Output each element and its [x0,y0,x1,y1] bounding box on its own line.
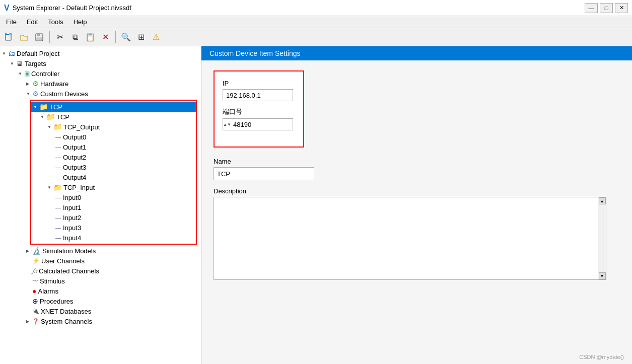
tree-item-input1[interactable]: — Input1 [31,202,196,212]
tree-label-user-channels: User Channels [41,257,85,265]
expand-hardware[interactable]: ▶ [26,82,32,86]
name-section: Name [214,158,620,180]
scrollbar-up[interactable]: ▲ [599,197,606,204]
tree-item-output3[interactable]: — Output3 [31,162,196,172]
spinner-arrows-icon[interactable]: ▲▼ [223,122,231,127]
title-bar-controls: — □ ✕ [585,3,628,13]
tree-item-default-project[interactable]: ▼ 🗂 Default Project [0,48,201,58]
menu-file[interactable]: File [2,17,21,27]
ip-input[interactable] [223,89,293,101]
svg-rect-2 [6,34,9,35]
tree-label-output3: Output3 [63,164,86,171]
find-button[interactable]: 🔍 [119,30,133,44]
tree-item-output1[interactable]: — Output1 [31,142,196,152]
save-button[interactable] [32,30,46,44]
expand-tcp-root[interactable]: ▼ [33,105,39,109]
tree-item-custom-devices[interactable]: ▼ ⚙ Custom Devices [0,89,201,99]
expand-targets[interactable]: ▼ [10,61,16,66]
right-panel: Custom Device Item Settings IP 端口号 ▲▼ 48… [201,46,632,364]
tree-label-input2: Input2 [63,214,81,222]
watermark: CSDN @mydate() [579,354,624,360]
description-section: Description ▲ ▼ [214,187,620,280]
scrollbar-down[interactable]: ▼ [599,272,606,279]
description-textarea[interactable] [214,197,606,279]
stimulus-icon: 〜 [32,277,38,285]
dash-icon-input1: — [55,204,61,210]
expand-tcp-sub[interactable]: ▼ [40,115,46,119]
warning-button[interactable]: ⚠ [149,30,163,44]
tree-item-input3[interactable]: — Input3 [31,223,196,233]
delete-button[interactable]: ✕ [98,30,112,44]
tree-item-output0[interactable]: — Output0 [31,132,196,142]
tree-item-output2[interactable]: — Output2 [31,152,196,162]
tree-label-targets: Targets [25,60,46,67]
port-field-group: 端口号 ▲▼ 48190 [223,107,293,130]
tree-item-input4[interactable]: — Input4 [31,233,196,243]
close-button[interactable]: ✕ [615,3,628,13]
expand-custom-devices[interactable]: ▼ [26,92,32,96]
expand-controller[interactable]: ▼ [18,71,24,76]
tree-item-input0[interactable]: — Input0 [31,192,196,202]
expand-sim-models[interactable]: ▶ [26,249,32,253]
tree-label-sim-models: Simulation Models [42,247,96,255]
tree-item-input2[interactable]: — Input2 [31,212,196,223]
menu-tools[interactable]: Tools [44,17,67,27]
svg-rect-4 [37,34,40,36]
dash-icon-input4: — [55,235,61,241]
procedures-icon: ⊕ [32,297,38,305]
tree-item-tcp-input[interactable]: ▼ 📁 TCP_Input [31,182,196,192]
tree-item-tcp-sub[interactable]: ▼ 📁 TCP [31,112,196,122]
grid-button[interactable]: ⊞ [134,30,148,44]
ip-label: IP [223,80,293,87]
xnet-icon: 🔌 [32,308,39,315]
paste-button[interactable]: 📋 [83,30,97,44]
description-label: Description [214,187,620,195]
tree-item-sys-channels[interactable]: ▶ ❓ System Channels [0,316,201,326]
cut-button[interactable]: ✂ [53,30,67,44]
tree-item-hardware[interactable]: ▶ ⚙ Hardware [0,79,201,89]
tree-item-sim-models[interactable]: ▶ 🔬 Simulation Models [0,246,201,256]
expand-sys-channels[interactable]: ▶ [26,319,32,324]
menu-help[interactable]: Help [69,17,91,27]
sim-models-icon: 🔬 [32,247,41,255]
port-spinner[interactable]: ▲▼ 48190 [223,118,293,130]
copy-button[interactable]: ⧉ [68,30,82,44]
tree-item-output4[interactable]: — Output4 [31,172,196,182]
tree-item-calc-channels[interactable]: ▶ 𝑓𝑥 Calculated Channels [0,266,201,276]
title-bar: V System Explorer - Default Project.nivs… [0,0,632,16]
alarms-icon: ● [32,287,36,295]
tree-item-stimulus[interactable]: ▶ 〜 Stimulus [0,276,201,286]
dash-icon-input2: — [55,214,61,221]
expand-default-project[interactable]: ▼ [2,51,8,56]
tree-label-controller: Controller [31,70,59,78]
targets-icon: 🖥 [16,59,23,67]
sys-channels-icon: ❓ [32,318,39,325]
dash-icon-output0: — [55,134,61,140]
toolbar-sep-2 [115,31,116,43]
controller-icon: ▣ [24,70,30,77]
maximize-button[interactable]: □ [600,3,613,13]
tree-item-user-channels[interactable]: ▶ ⚡ User Channels [0,256,201,266]
tree-label-input1: Input1 [63,204,81,211]
settings-box: IP 端口号 ▲▼ 48190 [214,70,304,148]
tree-item-alarms[interactable]: ▶ ● Alarms [0,286,201,296]
app-icon: V [4,4,10,13]
panel-content: IP 端口号 ▲▼ 48190 Name Description [201,60,632,364]
expand-tcp-input[interactable]: ▼ [47,185,53,190]
tree-item-controller[interactable]: ▼ ▣ Controller [0,68,201,79]
name-input[interactable] [214,167,314,180]
title-bar-left: V System Explorer - Default Project.nivs… [4,4,131,13]
tree-item-targets[interactable]: ▼ 🖥 Targets [0,58,201,68]
tree-item-tcp-output[interactable]: ▼ 📁 TCP_Output [31,122,196,132]
tree-label-hardware: Hardware [40,80,68,88]
minimize-button[interactable]: — [585,3,598,13]
open-button[interactable] [17,30,31,44]
new-button[interactable] [2,30,16,44]
tree-label-tcp-root: TCP [49,103,62,111]
menu-edit[interactable]: Edit [23,17,42,27]
expand-tcp-output[interactable]: ▼ [47,125,53,129]
tree-item-tcp-root[interactable]: ▼ 📁 TCP [31,102,196,112]
project-icon: 🗂 [8,49,15,57]
tree-item-xnet[interactable]: ▶ 🔌 XNET Databases [0,306,201,316]
tree-item-procedures[interactable]: ▶ ⊕ Procedures [0,296,201,306]
